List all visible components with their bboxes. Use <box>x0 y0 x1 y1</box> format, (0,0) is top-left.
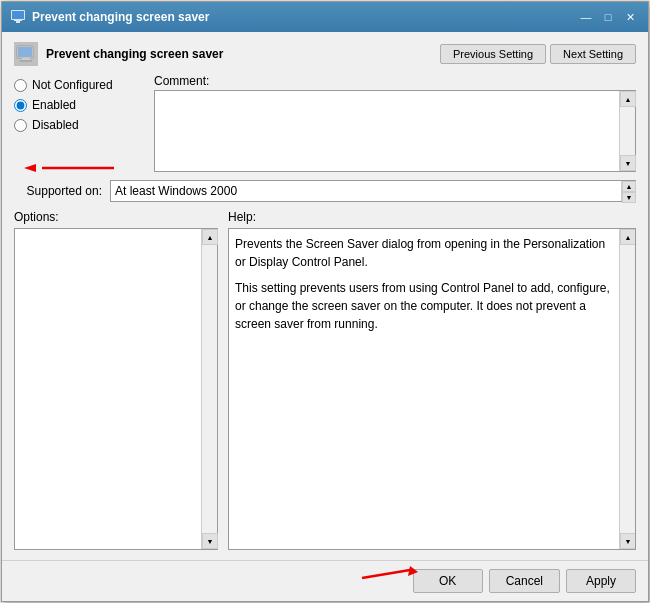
options-box <box>15 229 201 549</box>
radio-group: Not Configured Enabled Disabled <box>14 74 144 172</box>
window-icon <box>10 9 26 25</box>
svg-line-8 <box>362 570 410 578</box>
help-scrollbar: ▲ ▼ <box>619 229 635 549</box>
svg-rect-3 <box>16 21 20 23</box>
supported-value: At least Windows 2000 <box>111 181 621 201</box>
options-help-section: Options: ▲ ▼ Help: Prevents the Screen S… <box>14 210 636 550</box>
options-label: Options: <box>14 210 218 224</box>
help-panel: Help: Prevents the Screen Saver dialog f… <box>228 210 636 550</box>
help-scroll-up[interactable]: ▲ <box>620 229 636 245</box>
disabled-radio-item[interactable]: Disabled <box>14 118 144 132</box>
next-setting-button[interactable]: Next Setting <box>550 44 636 64</box>
comment-textarea[interactable] <box>155 91 619 171</box>
main-window: Prevent changing screen saver — □ ✕ Prev… <box>1 1 649 602</box>
svg-rect-2 <box>14 20 22 21</box>
title-bar-controls: — □ ✕ <box>576 7 640 27</box>
comment-area: Comment: ▲ ▼ <box>154 74 636 172</box>
middle-section: Not Configured Enabled Disabled Comment:… <box>14 74 636 172</box>
supported-row: Supported on: At least Windows 2000 ▲ ▼ <box>14 180 636 202</box>
title-bar: Prevent changing screen saver — □ ✕ <box>2 2 648 32</box>
comment-scrollbar: ▲ ▼ <box>619 91 635 171</box>
header-icon <box>14 42 38 66</box>
content-area: Prevent changing screen saver Previous S… <box>2 32 648 560</box>
ok-button[interactable]: OK <box>413 569 483 593</box>
supported-on-label: Supported on: <box>14 184 102 198</box>
svg-rect-5 <box>18 47 32 57</box>
supported-scroll-up[interactable]: ▲ <box>622 181 636 192</box>
header-title-area: Prevent changing screen saver <box>14 42 223 66</box>
disabled-radio[interactable] <box>14 119 27 132</box>
options-scroll-down[interactable]: ▼ <box>202 533 218 549</box>
help-box-content: Prevents the Screen Saver dialog from op… <box>229 229 619 549</box>
close-button[interactable]: ✕ <box>620 7 640 27</box>
enabled-radio[interactable] <box>14 99 27 112</box>
not-configured-radio-item[interactable]: Not Configured <box>14 78 144 92</box>
options-panel: Options: ▲ ▼ <box>14 210 218 550</box>
footer: OK Cancel Apply <box>2 560 648 601</box>
disabled-label: Disabled <box>32 118 79 132</box>
header-buttons: Previous Setting Next Setting <box>440 44 636 64</box>
cancel-button[interactable]: Cancel <box>489 569 560 593</box>
help-label: Help: <box>228 210 636 224</box>
comment-scroll-down[interactable]: ▼ <box>620 155 636 171</box>
minimize-button[interactable]: — <box>576 7 596 27</box>
header-section: Prevent changing screen saver Previous S… <box>14 42 636 66</box>
comment-scroll-up[interactable]: ▲ <box>620 91 636 107</box>
previous-setting-button[interactable]: Previous Setting <box>440 44 546 64</box>
comment-label: Comment: <box>154 74 636 88</box>
maximize-button[interactable]: □ <box>598 7 618 27</box>
svg-rect-1 <box>12 11 24 19</box>
help-scroll-down[interactable]: ▼ <box>620 533 636 549</box>
svg-rect-6 <box>22 58 30 60</box>
apply-button[interactable]: Apply <box>566 569 636 593</box>
supported-scroll-down[interactable]: ▼ <box>622 192 636 203</box>
title-bar-text: Prevent changing screen saver <box>32 10 576 24</box>
header-title: Prevent changing screen saver <box>46 47 223 61</box>
not-configured-label: Not Configured <box>32 78 113 92</box>
help-box-container: Prevents the Screen Saver dialog from op… <box>228 228 636 550</box>
enabled-label: Enabled <box>32 98 76 112</box>
enabled-radio-item[interactable]: Enabled <box>14 98 144 112</box>
options-scrollbar: ▲ ▼ <box>201 229 217 549</box>
not-configured-radio[interactable] <box>14 79 27 92</box>
svg-rect-7 <box>20 60 32 62</box>
supported-scrollbar: ▲ ▼ <box>621 181 635 201</box>
options-scroll-up[interactable]: ▲ <box>202 229 218 245</box>
